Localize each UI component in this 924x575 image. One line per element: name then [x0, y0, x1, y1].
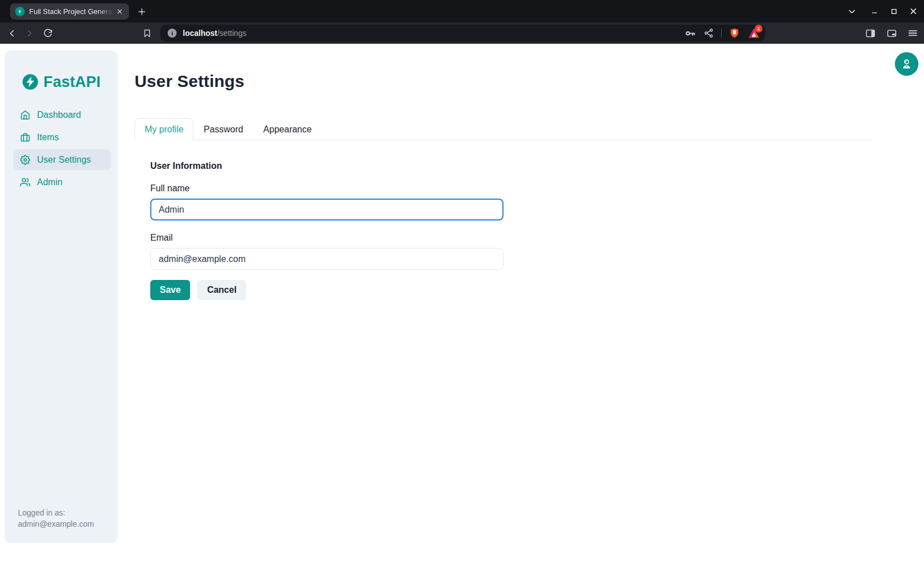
email-label: Email	[150, 233, 872, 243]
reload-button[interactable]	[40, 22, 56, 44]
tab-my-profile[interactable]: My profile	[135, 118, 193, 140]
sidebar-item-user-settings[interactable]: User Settings	[13, 149, 111, 171]
main-panel: User Settings My profile Password Appear…	[135, 44, 872, 300]
window-controls	[844, 0, 924, 22]
sidebar-nav: Dashboard Items User Settings Admin	[4, 104, 118, 193]
tab-close-icon[interactable]	[114, 7, 124, 17]
sidebar-item-items[interactable]: Items	[13, 127, 111, 148]
fastapi-logo: FastAPI	[4, 73, 118, 91]
sidebar-item-admin[interactable]: Admin	[13, 172, 111, 193]
share-icon[interactable]	[704, 28, 714, 38]
user-avatar-icon	[900, 57, 913, 71]
logged-in-info: Logged in as: admin@example.com	[18, 507, 94, 530]
save-button[interactable]: Save	[150, 280, 190, 300]
tab-search-chevron-icon[interactable]	[844, 4, 859, 19]
url-text[interactable]: localhost/settings	[183, 29, 247, 38]
new-tab-button[interactable]	[135, 4, 149, 19]
sidebar-item-label: Admin	[37, 177, 62, 187]
section-title: User Information	[150, 161, 872, 171]
browser-tab[interactable]: Full Stack Project Genera	[10, 3, 129, 20]
sidebar-item-label: Items	[37, 132, 59, 142]
browser-navbar: i localhost/settings 1	[0, 22, 924, 44]
full-name-input[interactable]	[150, 199, 503, 220]
site-info-icon[interactable]: i	[168, 29, 177, 38]
page-title: User Settings	[135, 72, 872, 91]
sidebar-toggle-icon[interactable]	[863, 26, 877, 40]
logged-in-label: Logged in as:	[18, 507, 94, 518]
sidebar-item-label: Dashboard	[37, 110, 81, 120]
url-host: localhost	[183, 29, 217, 38]
home-icon	[20, 110, 30, 120]
bookmark-icon[interactable]	[139, 22, 155, 44]
briefcase-icon	[20, 132, 30, 142]
users-icon	[20, 177, 30, 187]
rewards-badge: 1	[755, 25, 763, 33]
fastapi-bolt-icon	[22, 73, 39, 90]
form-actions: Save Cancel	[150, 280, 872, 300]
logo-text: FastAPI	[44, 73, 101, 91]
email-input[interactable]	[150, 248, 503, 270]
menu-hamburger-icon[interactable]	[906, 26, 920, 40]
url-path: /settings	[217, 29, 246, 38]
forward-button[interactable]	[21, 22, 37, 44]
sidebar-item-dashboard[interactable]: Dashboard	[13, 104, 111, 126]
minimize-button[interactable]	[867, 4, 882, 19]
gear-icon	[20, 155, 30, 165]
cancel-button[interactable]: Cancel	[197, 280, 246, 300]
maximize-button[interactable]	[886, 4, 901, 19]
url-bar[interactable]: i localhost/settings 1	[160, 25, 765, 42]
brave-rewards-icon[interactable]: 1	[747, 27, 760, 39]
user-menu-button[interactable]	[895, 52, 918, 76]
app-sidebar: FastAPI Dashboard Items User Settings Ad…	[4, 50, 118, 543]
brave-shield-icon[interactable]	[729, 27, 740, 39]
logged-in-email: admin@example.com	[18, 518, 94, 530]
sidebar-item-label: User Settings	[37, 155, 91, 165]
settings-tabs: My profile Password Appearance	[135, 118, 872, 140]
browser-titlebar: Full Stack Project Genera	[0, 0, 924, 22]
wallet-icon[interactable]	[885, 26, 898, 40]
back-button[interactable]	[4, 22, 20, 44]
password-key-icon[interactable]	[685, 27, 696, 39]
fastapi-favicon-icon	[15, 7, 25, 16]
divider	[721, 29, 722, 38]
profile-tab-panel: User Information Full name Email Save Ca…	[135, 161, 872, 300]
tab-password[interactable]: Password	[193, 118, 253, 140]
tab-title: Full Stack Project Genera	[29, 7, 113, 16]
full-name-label: Full name	[150, 183, 872, 194]
tab-appearance[interactable]: Appearance	[253, 118, 322, 140]
window-close-button[interactable]	[906, 4, 921, 19]
page-content: FastAPI Dashboard Items User Settings Ad…	[0, 44, 924, 575]
